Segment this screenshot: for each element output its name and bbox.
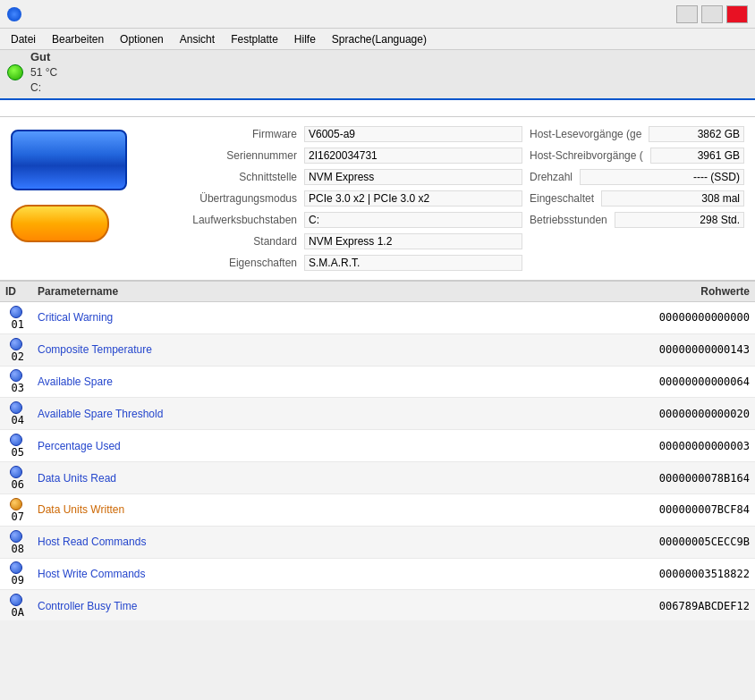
cell-name: Controller Busy Time (32, 590, 576, 620)
menu-bearbeiten[interactable]: Bearbeiten (45, 31, 111, 47)
status-dot (10, 561, 22, 574)
cell-name: Critical Warning (32, 302, 576, 334)
menu-festplatte[interactable]: Festplatte (224, 31, 285, 47)
transfer-val: PCIe 3.0 x2 | PCIe 3.0 x2 (304, 190, 522, 207)
menu-ansicht[interactable]: Ansicht (173, 31, 222, 47)
eigenschaften-row: Eigenschaften S.M.A.R.T. (161, 253, 522, 273)
status-dot (10, 434, 22, 446)
cell-raw: 00000000000000 (576, 302, 755, 334)
rpm-val: ---- (SSD) (580, 169, 744, 185)
standard-val: NVM Express 1.2 (304, 233, 522, 249)
table-row: 01 Critical Warning 00000000000000 (0, 302, 755, 334)
cell-dot: 03 (0, 366, 32, 398)
status-dot (10, 498, 22, 510)
table-row: 04 Available Spare Threshold 00000000000… (0, 398, 755, 430)
eigenschaften-val: S.M.A.R.T. (304, 255, 522, 271)
cell-dot: 02 (0, 333, 32, 366)
minimize-button[interactable] (676, 5, 698, 23)
drive-tab-bar: Gut 51 °C C: (0, 50, 755, 100)
cell-name: Available Spare Threshold (32, 398, 576, 430)
cell-dot: 01 (0, 302, 32, 334)
cell-name: Composite Temperature (32, 333, 576, 366)
cell-raw: 00000005CECC9B (576, 526, 755, 558)
info-section: Firmware V6005-a9 Seriennummer 2I1620034… (0, 117, 755, 281)
op-hours-key: Betriebsstunden (530, 214, 615, 226)
menu-hilfe[interactable]: Hilfe (287, 31, 323, 47)
status-dot (10, 466, 22, 478)
window-controls (676, 5, 748, 23)
cell-name: Host Read Commands (32, 526, 576, 558)
title-bar (0, 0, 755, 29)
transfer-key: Übertragungsmodus (161, 192, 304, 205)
drive-tab[interactable]: Gut 51 °C C: (7, 49, 57, 99)
cell-dot: 04 (0, 398, 32, 430)
cell-name: Percentage Used (32, 430, 576, 462)
cell-raw: 00000000000020 (576, 398, 755, 430)
cell-raw: 0000000078B164 (576, 462, 755, 494)
menu-optionen[interactable]: Optionen (113, 31, 171, 47)
firmware-key: Firmware (161, 128, 304, 140)
status-dot (10, 530, 22, 543)
power-on-count-key: Eingeschaltet (530, 192, 601, 205)
drive-title (0, 100, 755, 117)
cell-name: Host Write Commands (32, 558, 576, 590)
letter-key: Laufwerksbuchstaben (161, 214, 304, 226)
letter-row: Laufwerksbuchstaben C: (161, 210, 522, 230)
cell-raw: 000000007BCF84 (576, 493, 755, 526)
interface-val: NVM Express (304, 169, 522, 185)
serial-key: Seriennummer (161, 149, 304, 162)
table-row: 07 Data Units Written 000000007BCF84 (0, 493, 755, 526)
cell-raw: 006789ABCDEF12 (576, 590, 755, 620)
col-header-raw: Rohwerte (576, 282, 755, 302)
rpm-key: Drehzahl (530, 171, 580, 183)
table-row: 03 Available Spare 00000000000064 (0, 366, 755, 398)
menu-datei[interactable]: Datei (4, 31, 43, 47)
host-read-val: 3862 GB (649, 126, 744, 142)
cell-name: Data Units Written (32, 493, 576, 526)
cell-dot: 08 (0, 526, 32, 558)
col-header-name: Parametername (32, 282, 576, 302)
letter-val: C: (304, 212, 522, 228)
host-write-val: 3961 GB (650, 148, 744, 164)
drive-tab-info: Gut 51 °C C: (30, 49, 57, 96)
cell-dot: 09 (0, 558, 32, 590)
cell-name: Data Units Read (32, 462, 576, 494)
status-dot (10, 369, 22, 382)
main-content: Firmware V6005-a9 Seriennummer 2I1620034… (0, 100, 755, 620)
menu-sprache[interactable]: Sprache(Language) (325, 31, 434, 47)
table-row: 06 Data Units Read 0000000078B164 (0, 462, 755, 494)
maximize-button[interactable] (701, 5, 723, 23)
table-row: 02 Composite Temperature 00000000000143 (0, 333, 755, 366)
drive-status-dot (7, 64, 23, 80)
cell-dot: 07 (0, 493, 32, 526)
cell-id: 08 (11, 543, 23, 555)
close-button[interactable] (726, 5, 748, 23)
host-write-row: Host-Schreibvorgänge ( 3961 GB (530, 146, 744, 165)
drive-tab-letter: C: (30, 80, 57, 96)
firmware-row: Firmware V6005-a9 (161, 124, 522, 144)
cell-id: 01 (11, 318, 23, 331)
cell-id: 04 (11, 414, 23, 426)
menu-bar: Datei Bearbeiten Optionen Ansicht Festpl… (0, 29, 755, 50)
interface-row: Schnittstelle NVM Express (161, 167, 522, 187)
table-row: 05 Percentage Used 00000000000003 (0, 430, 755, 462)
transfer-row: Übertragungsmodus PCIe 3.0 x2 | PCIe 3.0… (161, 189, 522, 208)
op-hours-val: 298 Std. (615, 212, 744, 228)
cell-raw: 00000000000003 (576, 430, 755, 462)
cell-id: 02 (11, 350, 23, 363)
rpm-row: Drehzahl ---- (SSD) (530, 167, 744, 187)
power-on-count-row: Eingeschaltet 308 mal (530, 189, 744, 208)
host-read-key: Host-Lesevorgänge (ge (530, 128, 649, 140)
smart-table: ID Parametername Rohwerte 01 Critical Wa… (0, 282, 755, 620)
cell-id: 03 (11, 382, 23, 394)
temp-display (11, 205, 109, 242)
op-hours-row: Betriebsstunden 298 Std. (530, 210, 744, 230)
status-dot (10, 338, 22, 350)
cell-dot: 06 (0, 462, 32, 494)
status-dot (10, 306, 22, 318)
cell-id: 05 (11, 446, 23, 459)
serial-row: Seriennummer 2I1620034731 (161, 146, 522, 165)
cell-raw: 00000003518822 (576, 558, 755, 590)
table-row: 09 Host Write Commands 00000003518822 (0, 558, 755, 590)
eigenschaften-key: Eigenschaften (161, 257, 304, 269)
